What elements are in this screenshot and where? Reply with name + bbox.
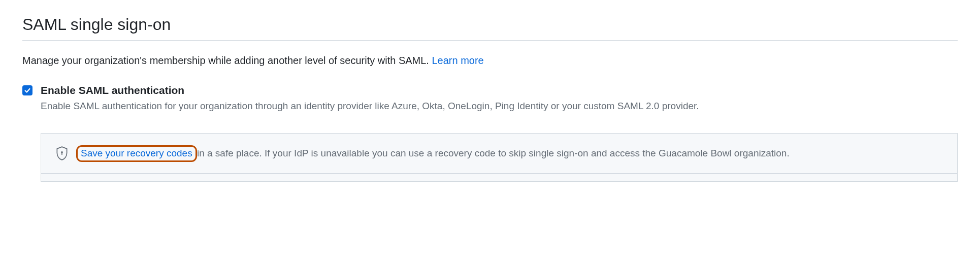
shield-lock-icon (55, 146, 69, 161)
section-heading: SAML single sign-on (22, 15, 958, 34)
checkmark-icon (24, 87, 31, 94)
recovery-codes-text: Save your recovery codes in a safe place… (81, 146, 790, 160)
intro-text: Manage your organization's membership wh… (22, 55, 432, 66)
learn-more-link[interactable]: Learn more (432, 55, 483, 66)
intro-paragraph: Manage your organization's membership wh… (22, 53, 958, 68)
svg-rect-1 (61, 152, 62, 155)
enable-saml-label[interactable]: Enable SAML authentication (41, 83, 184, 97)
recovery-codes-panel: Save your recovery codes in a safe place… (41, 133, 958, 174)
save-recovery-codes-link[interactable]: Save your recovery codes (78, 147, 195, 160)
panel-second-section (41, 174, 958, 182)
recovery-codes-remainder: in a safe place. If your IdP is unavaila… (194, 148, 790, 158)
enable-saml-checkbox[interactable] (22, 85, 32, 95)
enable-saml-block: Enable SAML authentication Enable SAML a… (22, 83, 958, 114)
enable-saml-description: Enable SAML authentication for your orga… (41, 99, 958, 114)
section-divider (22, 40, 958, 41)
